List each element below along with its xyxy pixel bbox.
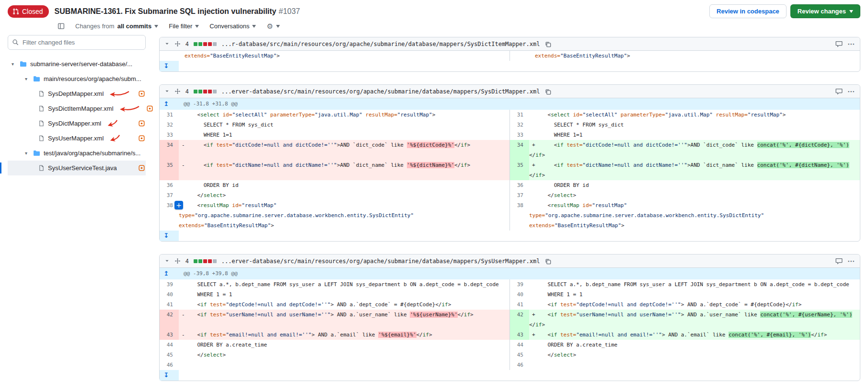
- code-line: ORDER BY id: [529, 180, 860, 190]
- line-number[interactable]: 46: [160, 360, 179, 370]
- line-number[interactable]: 40: [160, 289, 179, 300]
- expand-down-button[interactable]: ↧: [160, 370, 179, 381]
- tree-file[interactable]: SysDeptMapper.xml: [8, 86, 146, 101]
- line-number[interactable]: 33: [160, 130, 179, 140]
- line-number[interactable]: [509, 51, 529, 61]
- line-number[interactable]: 37: [160, 190, 179, 200]
- drag-move-icon[interactable]: [174, 41, 181, 47]
- file-path-link[interactable]: ...erver-database/src/main/resources/org…: [221, 88, 540, 95]
- kebab-icon[interactable]: ⋯: [847, 257, 855, 265]
- tree-folder[interactable]: ▾submarine-server/server-database/...: [8, 57, 146, 71]
- line-number[interactable]: 42: [509, 310, 529, 330]
- line-number[interactable]: 44: [160, 340, 179, 350]
- expand-hunk-button[interactable]: ↥: [160, 268, 179, 279]
- code-token: type=: [179, 212, 195, 219]
- code-token: test=: [560, 312, 576, 318]
- code-line: ORDER BY id: [179, 180, 509, 190]
- diffstat-square: [203, 90, 207, 93]
- expand-down-button[interactable]: ↧: [160, 231, 179, 241]
- comment-icon[interactable]: [835, 257, 843, 265]
- code-token: extends=: [535, 53, 560, 59]
- add-comment-button[interactable]: +: [174, 201, 183, 209]
- line-number[interactable]: 39: [509, 279, 529, 289]
- annotation-arrow: [109, 90, 130, 98]
- copy-icon[interactable]: [544, 258, 551, 265]
- line-number[interactable]: 38: [509, 200, 529, 231]
- code-line: - <if test="email!=null and email!=''"> …: [179, 330, 509, 340]
- file-path-link[interactable]: ...erver-database/src/main/resources/org…: [221, 258, 540, 265]
- expander-row-space: [179, 370, 860, 381]
- line-number[interactable]: 43: [509, 330, 529, 340]
- line-number[interactable]: 34: [509, 140, 529, 160]
- line-number[interactable]: 32: [509, 120, 529, 130]
- line-number[interactable]: 42: [160, 310, 179, 330]
- line-number[interactable]: 35: [160, 160, 179, 180]
- code-token: [557, 301, 560, 308]
- copy-icon[interactable]: [544, 88, 551, 95]
- comment-icon[interactable]: [835, 88, 843, 95]
- chevron-down-icon[interactable]: ▾: [12, 61, 16, 67]
- code-token: "java.util.Map": [665, 112, 713, 118]
- code-token: >: [627, 53, 630, 59]
- file-tree-toggle-icon: [58, 23, 65, 30]
- kebab-icon[interactable]: ⋯: [847, 40, 855, 47]
- chevron-down-icon[interactable]: ▾: [25, 76, 30, 81]
- diff-settings-dropdown[interactable]: ⚙: [266, 23, 279, 30]
- file-filter-dropdown[interactable]: File filter: [169, 23, 199, 30]
- line-number[interactable]: 46: [509, 360, 529, 370]
- line-number[interactable]: 34: [160, 140, 179, 160]
- code-token: <: [185, 332, 200, 338]
- line-number[interactable]: 31: [509, 110, 529, 120]
- line-number[interactable]: 32: [160, 120, 179, 130]
- line-number[interactable]: 37: [509, 190, 529, 200]
- line-number[interactable]: 38+: [160, 200, 179, 231]
- chevron-down-icon[interactable]: [164, 258, 170, 264]
- review-in-codespace-button[interactable]: Review in codespace: [709, 4, 787, 18]
- diffstat-square: [194, 259, 197, 263]
- code-token: > AND a.`email` like: [662, 332, 729, 338]
- line-number[interactable]: 40: [509, 289, 529, 300]
- line-number[interactable]: 41: [160, 300, 179, 310]
- line-number[interactable]: 43: [160, 330, 179, 340]
- expand-hunk-button[interactable]: ↥: [160, 98, 179, 110]
- line-number[interactable]: 45: [509, 350, 529, 360]
- comment-icon[interactable]: [835, 40, 843, 47]
- line-number[interactable]: 45: [160, 350, 179, 360]
- code-token: <: [535, 142, 557, 148]
- file-path-link[interactable]: ...r-database/src/main/resources/org/apa…: [221, 41, 540, 47]
- tree-file[interactable]: SysUserMapper.xml: [8, 131, 146, 146]
- conversations-dropdown[interactable]: Conversations: [209, 23, 256, 30]
- review-changes-button[interactable]: Review changes: [790, 4, 860, 18]
- code-token: [207, 332, 210, 338]
- code-token: [570, 112, 573, 118]
- line-number[interactable]: 41: [509, 300, 529, 310]
- line-number[interactable]: [160, 51, 179, 61]
- tree-file[interactable]: SysUserServiceTest.java: [8, 161, 146, 175]
- tree-folder[interactable]: ▾test/java/org/apache/submarine/s...: [8, 146, 146, 161]
- file-modified-icon: [139, 165, 145, 171]
- drag-move-icon[interactable]: [174, 258, 181, 264]
- tree-folder[interactable]: ▾main/resources/org/apache/subm...: [8, 71, 146, 86]
- drag-move-icon[interactable]: [174, 88, 181, 94]
- line-number[interactable]: 39: [160, 279, 179, 289]
- expand-down-button[interactable]: ↧: [160, 61, 179, 71]
- chevron-down-icon[interactable]: ▾: [25, 150, 30, 156]
- line-number[interactable]: 31: [160, 110, 179, 120]
- tree-file[interactable]: SysDictItemMapper.xml: [8, 101, 146, 116]
- line-number[interactable]: 33: [509, 130, 529, 140]
- chevron-down-icon[interactable]: [164, 41, 170, 46]
- file-tree-toggle[interactable]: [58, 23, 65, 30]
- line-number[interactable]: 36: [509, 180, 529, 190]
- copy-icon[interactable]: [544, 41, 551, 47]
- line-number[interactable]: 44: [509, 340, 529, 350]
- line-number[interactable]: 35: [509, 160, 529, 180]
- chevron-down-icon[interactable]: [164, 89, 170, 94]
- folder-icon: [20, 61, 27, 67]
- tree-file[interactable]: SysDictMapper.xml: [8, 116, 146, 131]
- kebab-icon[interactable]: ⋯: [847, 88, 855, 95]
- filter-files-input[interactable]: [8, 35, 146, 50]
- line-number[interactable]: 36: [160, 180, 179, 190]
- changed-lines-count: 4: [185, 88, 189, 95]
- diff-marker: +: [529, 140, 535, 150]
- changes-from-dropdown[interactable]: Changes from all commits: [75, 23, 158, 30]
